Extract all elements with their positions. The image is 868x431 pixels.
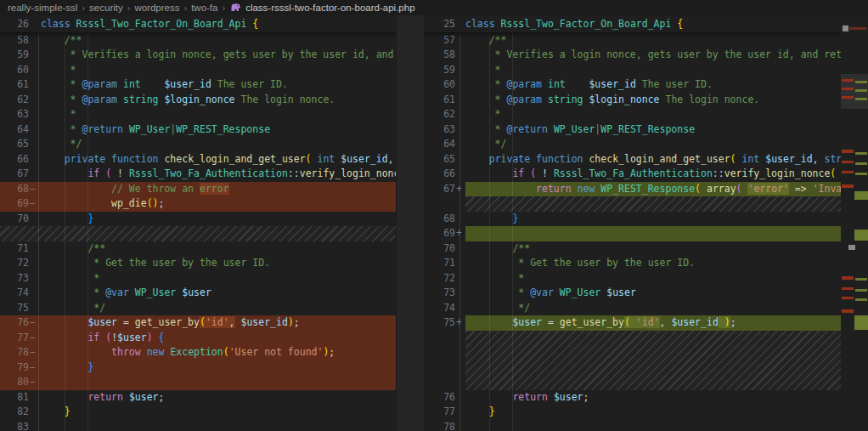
code-line[interactable]: 76− $user = get_user_by('id', $user_id); <box>0 315 396 331</box>
code-line[interactable]: 66 if ( ! Rsssl_Two_Fa_Authentication::v… <box>425 167 841 182</box>
code-line[interactable]: 73 * <box>0 271 396 286</box>
code-line[interactable]: 67+ return new WP_REST_Response( array( … <box>425 182 841 197</box>
code-line[interactable]: 61 * @param int $user_id The user ID. <box>0 77 396 93</box>
code-line[interactable]: 75+ $user = get_user_by( 'id', $user_id … <box>425 315 841 331</box>
breadcrumb-item[interactable]: really-simple-ssl <box>8 3 77 13</box>
code-line[interactable]: 62 * @param string $login_nonce The logi… <box>0 93 396 108</box>
code-line[interactable]: 58 /** <box>0 33 396 48</box>
code-line-content[interactable] <box>41 420 396 431</box>
code-line-content[interactable]: $user = get_user_by( 'id', $user_id ); <box>465 315 841 331</box>
code-line-content[interactable]: * Verifies a login nonce, gets user by t… <box>465 48 841 63</box>
code-line-content[interactable]: wp_die(); <box>41 196 396 212</box>
code-line-content[interactable]: * @var WP_User $user <box>41 286 396 301</box>
code-line[interactable]: 68− // We throw an error <box>0 182 396 197</box>
code-line[interactable]: 71 /** <box>0 241 396 257</box>
code-line[interactable]: 68 } <box>425 212 841 227</box>
code-line-content[interactable]: * <box>41 63 396 78</box>
code-line[interactable]: 67 if ( ! Rsssl_Two_Fa_Authentication::v… <box>0 167 396 182</box>
code-line[interactable]: 69+ <box>425 226 841 241</box>
code-line-content[interactable]: $user = get_user_by('id', $user_id); <box>41 315 396 331</box>
code-line-content[interactable]: * @param int $user_id The user ID. <box>465 77 841 93</box>
code-line-content[interactable]: throw new Exception('User not found'); <box>41 345 396 360</box>
code-line[interactable]: 64 * @return WP_User|WP_REST_Response <box>0 122 396 138</box>
code-line[interactable]: 77 } <box>425 405 841 420</box>
original-editor[interactable]: 5758 /**59 * Verifies a login nonce, get… <box>0 15 396 431</box>
code-line-content[interactable]: * <box>465 63 841 78</box>
breadcrumb-file[interactable]: class-rsssl-two-factor-on-board-api.php <box>245 3 414 13</box>
code-line-content[interactable]: * <box>465 107 841 122</box>
code-line-content[interactable]: * @return WP_User|WP_REST_Response <box>465 122 841 138</box>
code-line[interactable]: 72 * <box>425 271 841 286</box>
code-line[interactable]: 83 <box>0 420 396 431</box>
code-line[interactable]: 78 <box>425 420 841 431</box>
code-line[interactable]: 74 * @var WP_User $user <box>0 286 396 301</box>
code-line-content[interactable]: } <box>41 405 396 420</box>
code-line[interactable]: 70 } <box>0 212 396 227</box>
code-line-content[interactable]: if (!$user) { <box>41 331 396 346</box>
code-line[interactable]: 74 */ <box>425 301 841 316</box>
code-line-content[interactable]: if ( ! Rsssl_Two_Fa_Authentication::veri… <box>465 167 841 182</box>
code-line-content[interactable]: if ( ! Rsssl_Two_Fa_Authentication::veri… <box>41 167 396 182</box>
code-line[interactable]: 65 */ <box>0 137 396 152</box>
code-line[interactable]: 69− wp_die(); <box>0 196 396 212</box>
code-line[interactable]: 60 * <box>0 63 396 78</box>
code-line[interactable]: 73 * @var WP_User $user <box>425 286 841 301</box>
code-line[interactable]: 65 private function check_login_and_get_… <box>425 152 841 167</box>
code-line-content[interactable]: /** <box>41 33 396 48</box>
code-line-content[interactable]: // We throw an error <box>41 182 396 197</box>
code-line-content[interactable]: * <box>41 107 396 122</box>
code-line[interactable]: 62 * <box>425 107 841 122</box>
code-line-content[interactable]: * <box>465 271 841 286</box>
breadcrumb-item[interactable]: security <box>89 3 123 13</box>
code-line[interactable]: 59 * <box>425 63 841 78</box>
code-line[interactable]: 61 * @param string $login_nonce The logi… <box>425 93 841 108</box>
code-line[interactable]: 79− } <box>0 360 396 376</box>
editor-sash[interactable] <box>396 15 425 431</box>
code-line-content[interactable]: } <box>465 405 841 420</box>
code-line-content[interactable]: } <box>41 212 396 227</box>
code-line-content[interactable]: * @param string $login_nonce The login n… <box>41 93 396 108</box>
code-line[interactable]: 71 * Get the user by the user ID. <box>425 256 841 271</box>
code-line[interactable]: 80− <box>0 375 396 390</box>
code-line-content[interactable]: /** <box>41 241 396 257</box>
code-line-content[interactable]: } <box>465 212 841 227</box>
code-line-content[interactable]: /** <box>465 33 841 48</box>
code-line-content[interactable]: } <box>41 360 396 376</box>
breadcrumb-item[interactable]: two-fa <box>191 3 217 13</box>
code-line[interactable]: 63 * <box>0 107 396 122</box>
code-line-content[interactable]: * @return WP_User|WP_REST_Response <box>41 122 396 138</box>
code-line-content[interactable]: private function check_login_and_get_use… <box>41 152 396 167</box>
overview-ruler[interactable] <box>841 15 868 431</box>
code-line[interactable]: 57 /** <box>425 33 841 48</box>
code-line-content[interactable]: */ <box>465 137 841 152</box>
code-line-content[interactable]: * @param int $user_id The user ID. <box>41 77 396 93</box>
code-line[interactable]: 66 private function check_login_and_get_… <box>0 152 396 167</box>
code-line[interactable]: 64 */ <box>425 137 841 152</box>
code-line-content[interactable]: * @param string $login_nonce The login n… <box>465 93 841 108</box>
code-line[interactable]: 70 /** <box>425 241 841 257</box>
code-line-content[interactable] <box>41 375 396 390</box>
sticky-scroll-line[interactable]: 25 class Rsssl_Two_Factor_On_Board_Api { <box>425 15 841 32</box>
code-line-content[interactable]: */ <box>41 301 396 316</box>
code-line[interactable]: 82 } <box>0 405 396 420</box>
code-line-content[interactable]: * Get the user by the user ID. <box>465 256 841 271</box>
code-line-content[interactable]: * <box>41 271 396 286</box>
code-line-content[interactable] <box>465 226 841 241</box>
code-line[interactable]: 78− throw new Exception('User not found'… <box>0 345 396 360</box>
code-line[interactable]: 59 * Verifies a login nonce, gets user b… <box>0 48 396 63</box>
code-line[interactable]: 77− if (!$user) { <box>0 331 396 346</box>
breadcrumb-item[interactable]: wordpress <box>134 3 179 13</box>
code-line[interactable]: 75 */ <box>0 301 396 316</box>
code-line[interactable]: 58 * Verifies a login nonce, gets user b… <box>425 48 841 63</box>
code-line[interactable]: 63 * @return WP_User|WP_REST_Response <box>425 122 841 138</box>
code-line[interactable]: 72 * Get the user by the user ID. <box>0 256 396 271</box>
code-line-content[interactable]: */ <box>41 137 396 152</box>
code-line[interactable]: 76 return $user; <box>425 390 841 405</box>
code-line-content[interactable]: * Verifies a login nonce, gets user by t… <box>41 48 396 63</box>
code-line-content[interactable]: return new WP_REST_Response( array( 'err… <box>465 182 841 197</box>
code-line-content[interactable]: */ <box>465 301 841 316</box>
code-line-content[interactable]: * @var WP_User $user <box>465 286 841 301</box>
modified-editor[interactable]: 5657 /**58 * Verifies a login nonce, get… <box>425 15 841 431</box>
code-line-content[interactable]: return $user; <box>41 390 396 405</box>
code-line[interactable]: 81 return $user; <box>0 390 396 405</box>
